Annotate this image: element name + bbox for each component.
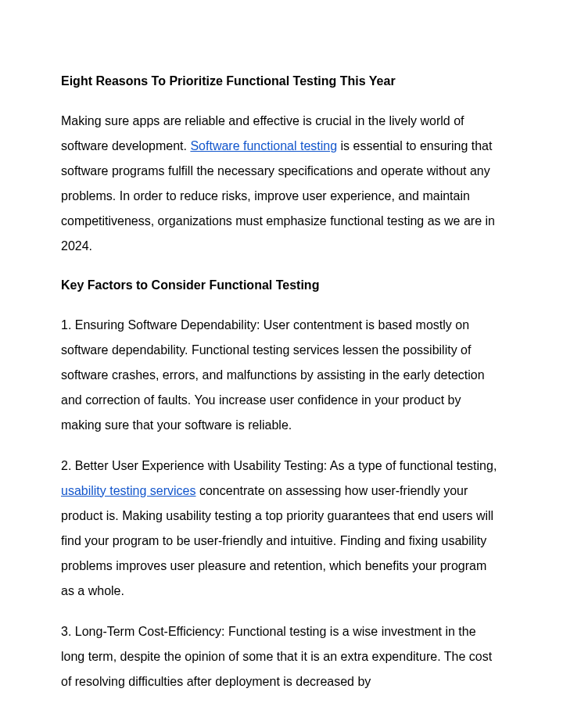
usability-testing-services-link[interactable]: usability testing services — [61, 484, 196, 497]
software-functional-testing-link[interactable]: Software functional testing — [190, 139, 337, 152]
intro-post-text: is essential to ensuring that software p… — [61, 139, 495, 253]
paragraph-2: 2. Better User Experience with Usability… — [61, 454, 502, 604]
p2-post-text: concentrate on assessing how user-friend… — [61, 484, 493, 597]
page-title: Eight Reasons To Prioritize Functional T… — [61, 70, 502, 93]
intro-paragraph: Making sure apps are reliable and effect… — [61, 109, 502, 259]
subheading: Key Factors to Consider Functional Testi… — [61, 274, 502, 297]
paragraph-3: 3. Long-Term Cost-Efficiency: Functional… — [61, 619, 502, 694]
paragraph-1: 1. Ensuring Software Dependability: User… — [61, 313, 502, 438]
p2-pre-text: 2. Better User Experience with Usability… — [61, 459, 497, 472]
